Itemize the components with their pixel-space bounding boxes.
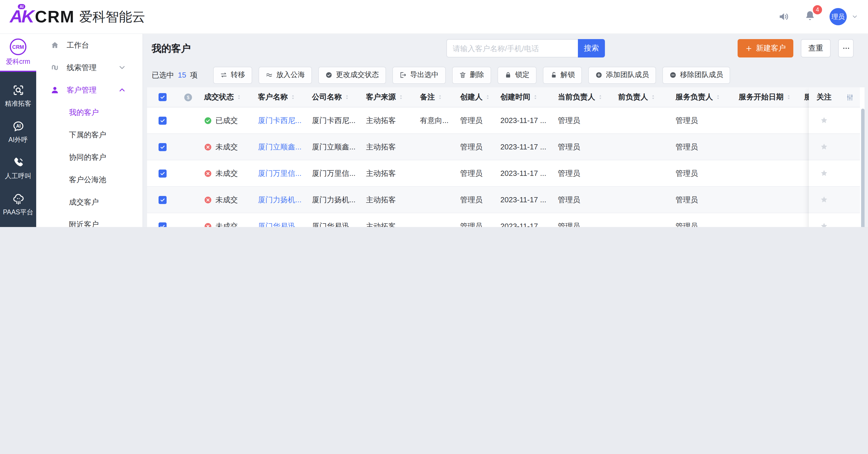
note-cell: 有意向...: [414, 115, 455, 126]
created-time-cell: 2023-11-17 ...: [495, 222, 552, 227]
sidebar-subitem[interactable]: 我的客户: [36, 101, 143, 124]
sidebar-item[interactable]: 客户管理: [36, 79, 143, 101]
sort-carets-icon[interactable]: [398, 94, 404, 100]
customer-name-link[interactable]: 厦门力扬机...: [252, 194, 306, 205]
sort-carets-icon[interactable]: [597, 94, 603, 100]
star-icon[interactable]: [820, 195, 828, 204]
table-row[interactable]: 未成交厦门立顺鑫...厦门立顺鑫...主动拓客管理员2023-11-17 ...…: [147, 134, 809, 160]
toolbar-button-unlock[interactable]: 解锁: [542, 66, 582, 84]
creator-cell: 管理员: [455, 221, 495, 227]
toolbar-button-trash[interactable]: 删除: [452, 66, 491, 84]
star-icon[interactable]: [820, 222, 828, 227]
rail-brand-crm[interactable]: CRM 爱科crm: [0, 34, 36, 72]
column-header-status[interactable]: 成交状态: [198, 92, 252, 102]
row-checkbox[interactable]: [158, 196, 166, 204]
sidebar-subitem-label: 我的客户: [69, 107, 99, 118]
star-icon[interactable]: [820, 116, 828, 125]
toolbar-button-label: 删除: [470, 70, 484, 80]
logo-product-name: 爱科智能云: [79, 8, 145, 26]
sidebar-item-label: 工作台: [67, 40, 89, 50]
row-checkbox[interactable]: [158, 143, 166, 151]
speaker-icon[interactable]: [778, 11, 789, 22]
column-header-label: 公司名称: [312, 92, 342, 102]
customer-name-link[interactable]: 厦门华易迅...: [252, 221, 306, 227]
sort-carets-icon[interactable]: [786, 94, 792, 100]
notifications-button[interactable]: 4: [804, 9, 816, 24]
company-name-cell: 厦门华易迅...: [306, 221, 360, 227]
sort-carets-icon[interactable]: [715, 94, 721, 100]
customer-name-link[interactable]: 厦门卡西尼...: [252, 115, 306, 126]
column-header-service_cut[interactable]: 服务: [799, 92, 809, 102]
more-actions-button[interactable]: [838, 39, 854, 58]
toolbar-button-waves[interactable]: 放入公海: [258, 66, 312, 84]
sort-carets-icon[interactable]: [236, 94, 242, 100]
toolbar-button-remove-member[interactable]: 移除团队成员: [662, 66, 730, 84]
svg-text:AI: AI: [16, 124, 21, 128]
new-customer-button[interactable]: 新建客户: [738, 39, 793, 58]
table-row[interactable]: 未成交厦门力扬机...厦门力扬机...主动拓客管理员2023-11-17 ...…: [147, 187, 809, 213]
chevron-up-icon: [118, 86, 126, 94]
follow-column-header: 关注: [809, 92, 839, 102]
toolbar-button-label: 添加团队成员: [606, 70, 649, 80]
sort-carets-icon[interactable]: [344, 94, 350, 100]
rail-item-paas-cloud[interactable]: PAAS平台: [0, 192, 36, 217]
dedupe-button[interactable]: 查重: [801, 39, 831, 58]
table-row[interactable]: 未成交厦门万里信...厦门万里信...主动拓客管理员2023-11-17 ...…: [147, 160, 809, 187]
search-input[interactable]: [446, 39, 578, 58]
sidebar-subitem[interactable]: 附近客户: [36, 213, 143, 227]
customer-name-link[interactable]: 厦门立顺鑫...: [252, 142, 306, 152]
star-icon[interactable]: [820, 169, 828, 178]
column-header-owner[interactable]: 当前负责人: [552, 92, 612, 102]
vertical-scrollbar[interactable]: [861, 109, 865, 227]
column-header-created[interactable]: 创建时间: [495, 92, 552, 102]
row-checkbox[interactable]: [158, 222, 166, 227]
toolbar-button-add-member[interactable]: 添加团队成员: [588, 66, 656, 84]
column-header-label: 客户名称: [258, 92, 288, 102]
star-icon[interactable]: [820, 143, 828, 151]
sidebar-item[interactable]: 线索管理: [36, 56, 143, 79]
column-settings-icon[interactable]: [845, 93, 854, 101]
toolbar-button-transfer[interactable]: 转移: [213, 66, 252, 84]
customer-name-link[interactable]: 厦门万里信...: [252, 168, 306, 178]
sort-carets-icon[interactable]: [650, 94, 656, 100]
avatar[interactable]: 理员: [830, 8, 847, 25]
sidebar-subitem[interactable]: 协同的客户: [36, 146, 143, 169]
search-button[interactable]: 搜索: [578, 39, 605, 58]
column-header-company[interactable]: 公司名称: [306, 92, 360, 102]
toolbar-button-label: 更改成交状态: [336, 70, 379, 80]
rail-item-ai-call[interactable]: AIAI外呼: [0, 120, 36, 144]
chevron-down-icon[interactable]: [851, 13, 858, 20]
status-label: 未成交: [215, 142, 238, 152]
sidebar-item[interactable]: 工作台: [36, 34, 143, 56]
sort-carets-icon[interactable]: [532, 94, 538, 100]
table-row[interactable]: 已成交厦门卡西尼...厦门卡西尼...主动拓客有意向...管理员2023-11-…: [147, 108, 809, 134]
toolbar-button-lock[interactable]: 锁定: [497, 66, 536, 84]
toolbar-button-check-circle[interactable]: 更改成交状态: [318, 66, 386, 84]
row-checkbox[interactable]: [158, 116, 166, 124]
column-header-source[interactable]: 客户来源: [360, 92, 414, 102]
rail-item-phone[interactable]: 人工呼叫: [0, 156, 36, 180]
column-header-name[interactable]: 客户名称: [252, 92, 306, 102]
column-header-service_owner[interactable]: 服务负责人: [670, 92, 733, 102]
toolbar-button-export[interactable]: 导出选中: [392, 66, 445, 84]
trash-icon: [459, 71, 466, 79]
select-all-checkbox[interactable]: [158, 93, 166, 101]
column-header-service_start[interactable]: 服务开始日期: [733, 92, 799, 102]
toolbar-button-label: 放入公海: [276, 70, 305, 80]
sidebar-subitem[interactable]: 客户公海池: [36, 169, 143, 191]
sort-carets-icon[interactable]: [290, 94, 296, 100]
sidebar-subitem[interactable]: 成交客户: [36, 191, 143, 213]
rail-item-scan-target[interactable]: 精准拓客: [0, 84, 36, 108]
column-header-creator[interactable]: 创建人: [455, 92, 495, 102]
column-header-prev_owner[interactable]: 前负责人: [612, 92, 670, 102]
top-header: AK AI CRM 爱科智能云 4 理员: [0, 0, 868, 34]
table-row[interactable]: 未成交厦门华易迅...厦门华易迅...主动拓客管理员2023-11-17 ...…: [147, 213, 809, 227]
sort-carets-icon[interactable]: [485, 94, 491, 100]
sort-carets-icon[interactable]: [437, 94, 443, 100]
row-checkbox[interactable]: [158, 169, 166, 177]
column-header-note[interactable]: 备注: [414, 92, 455, 102]
sidebar-subitem[interactable]: 下属的客户: [36, 124, 143, 146]
column-header-label: 当前负责人: [558, 92, 595, 102]
service-owner-cell: 管理员: [670, 194, 733, 205]
chevron-down-icon: [118, 63, 126, 72]
